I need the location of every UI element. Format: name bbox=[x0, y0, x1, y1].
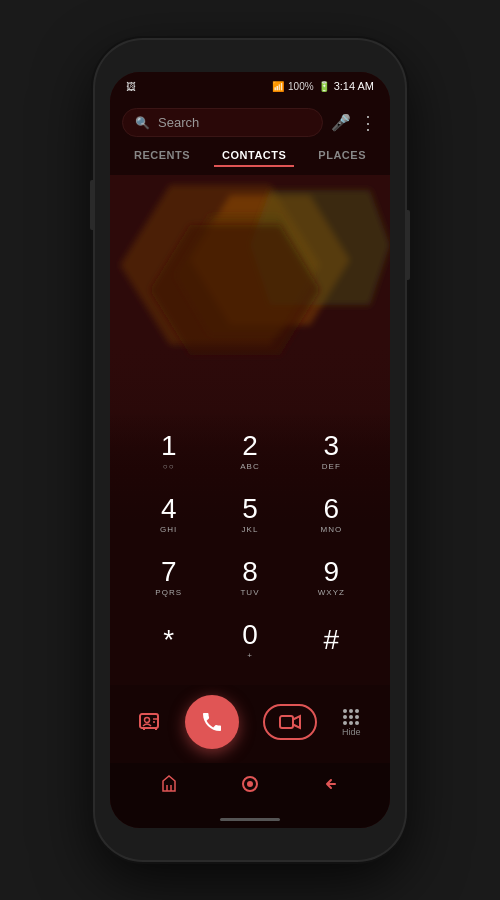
svg-point-12 bbox=[355, 709, 359, 713]
home-indicator bbox=[110, 810, 390, 828]
tab-recents[interactable]: RECENTS bbox=[126, 145, 198, 167]
dial-6[interactable]: 6 MNO bbox=[293, 485, 370, 544]
svg-point-16 bbox=[343, 721, 347, 725]
svg-rect-9 bbox=[280, 716, 293, 728]
home-icon bbox=[241, 775, 259, 793]
dial-hash[interactable]: # bbox=[293, 611, 370, 670]
nav-home[interactable] bbox=[241, 775, 259, 798]
svg-point-22 bbox=[247, 781, 253, 787]
dialpad-grid: 1 ○○ 2 ABC 3 DEF 4 GHI bbox=[130, 422, 370, 670]
call-icon bbox=[200, 710, 224, 734]
tab-contacts[interactable]: CONTACTS bbox=[214, 145, 294, 167]
hide-dialpad-button[interactable]: Hide bbox=[340, 707, 362, 737]
home-bar bbox=[220, 818, 280, 821]
svg-point-15 bbox=[355, 715, 359, 719]
status-right: 📶 100% 🔋 3:14 AM bbox=[272, 80, 374, 92]
contact-icon bbox=[138, 712, 162, 732]
battery-percent: 100% bbox=[288, 81, 314, 92]
dial-5[interactable]: 5 JKL bbox=[211, 485, 288, 544]
svg-point-8 bbox=[144, 718, 149, 723]
video-call-button[interactable] bbox=[263, 704, 317, 740]
video-icon bbox=[279, 714, 301, 730]
notification-icon: 🖼 bbox=[126, 81, 136, 92]
search-input-wrapper[interactable]: 🔍 Search bbox=[122, 108, 323, 137]
svg-point-14 bbox=[349, 715, 353, 719]
hide-label: Hide bbox=[342, 727, 361, 737]
svg-point-11 bbox=[349, 709, 353, 713]
phone-device: 🖼 📶 100% 🔋 3:14 AM 🔍 Search 🎤 ⋮ RECENTS … bbox=[95, 40, 405, 860]
dial-3[interactable]: 3 DEF bbox=[293, 422, 370, 481]
dial-7[interactable]: 7 PQRS bbox=[130, 548, 207, 607]
svg-point-18 bbox=[355, 721, 359, 725]
back-icon bbox=[321, 775, 339, 793]
mic-button[interactable]: 🎤 bbox=[331, 113, 351, 132]
tabs: RECENTS CONTACTS PLACES bbox=[110, 145, 390, 175]
dial-4[interactable]: 4 GHI bbox=[130, 485, 207, 544]
more-options-button[interactable]: ⋮ bbox=[359, 112, 378, 134]
nav-recent-apps[interactable] bbox=[161, 775, 179, 798]
svg-point-13 bbox=[343, 715, 347, 719]
nav-bar bbox=[110, 763, 390, 810]
dial-9[interactable]: 9 WXYZ bbox=[293, 548, 370, 607]
svg-point-10 bbox=[343, 709, 347, 713]
nav-back[interactable] bbox=[321, 775, 339, 798]
svg-point-17 bbox=[349, 721, 353, 725]
search-placeholder-text: Search bbox=[158, 115, 199, 130]
clock: 3:14 AM bbox=[334, 80, 374, 92]
contact-icon-button[interactable] bbox=[138, 712, 162, 732]
action-bar: Hide bbox=[110, 685, 390, 763]
recent-apps-icon bbox=[161, 775, 179, 793]
battery-icon: 🔋 bbox=[318, 81, 330, 92]
dialpad: 1 ○○ 2 ABC 3 DEF 4 GHI bbox=[110, 412, 390, 685]
call-button[interactable] bbox=[185, 695, 239, 749]
dial-2[interactable]: 2 ABC bbox=[211, 422, 288, 481]
dots-grid-icon bbox=[340, 707, 362, 725]
phone-screen: 🖼 📶 100% 🔋 3:14 AM 🔍 Search 🎤 ⋮ RECENTS … bbox=[110, 72, 390, 828]
wifi-icon: 📶 bbox=[272, 81, 284, 92]
status-left: 🖼 bbox=[126, 81, 136, 92]
search-bar: 🔍 Search 🎤 ⋮ bbox=[110, 100, 390, 145]
dial-0[interactable]: 0 + bbox=[211, 611, 288, 670]
tab-places[interactable]: PLACES bbox=[310, 145, 374, 167]
dial-star[interactable]: * bbox=[130, 611, 207, 670]
status-bar: 🖼 📶 100% 🔋 3:14 AM bbox=[110, 72, 390, 100]
search-icon: 🔍 bbox=[135, 116, 150, 130]
dial-1[interactable]: 1 ○○ bbox=[130, 422, 207, 481]
dial-8[interactable]: 8 TUV bbox=[211, 548, 288, 607]
main-content: 1 ○○ 2 ABC 3 DEF 4 GHI bbox=[110, 175, 390, 685]
